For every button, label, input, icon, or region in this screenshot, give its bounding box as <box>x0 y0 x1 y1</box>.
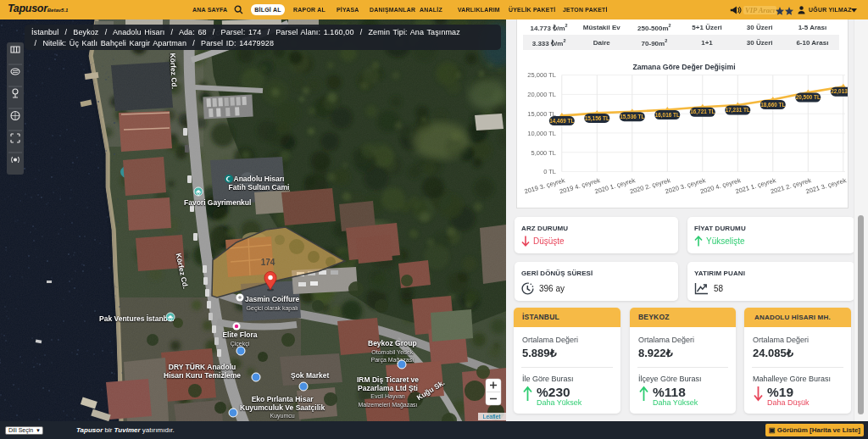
svg-text:15,156 TL: 15,156 TL <box>584 115 609 122</box>
svg-text:16,721 TL: 16,721 TL <box>690 108 715 115</box>
svg-text:Leaflet: Leaflet <box>482 414 500 420</box>
svg-text:15,536 TL: 15,536 TL <box>620 114 644 120</box>
svg-text:22,013 TL: 22,013 TL <box>831 88 848 95</box>
svg-text:10,000 TL: 10,000 TL <box>527 130 556 137</box>
svg-text:5,000 TL: 5,000 TL <box>531 149 555 157</box>
svg-text:25,000 TL: 25,000 TL <box>527 71 556 79</box>
svg-text:0 TL: 0 TL <box>543 168 556 175</box>
svg-text:2021 3. çeyrek: 2021 3. çeyrek <box>804 176 847 195</box>
svg-text:17,231 TL: 17,231 TL <box>725 107 749 114</box>
svg-text:20,000 TL: 20,000 TL <box>527 91 556 98</box>
svg-text:18,660 TL: 18,660 TL <box>760 102 785 108</box>
svg-text:Zamana Göre Değer Değişimi: Zamana Göre Değer Değişimi <box>632 63 735 71</box>
svg-text:14,469 TL: 14,469 TL <box>549 118 574 125</box>
svg-text:20,500 TL: 20,500 TL <box>795 94 820 101</box>
svg-text:16,016 TL: 16,016 TL <box>654 112 679 119</box>
